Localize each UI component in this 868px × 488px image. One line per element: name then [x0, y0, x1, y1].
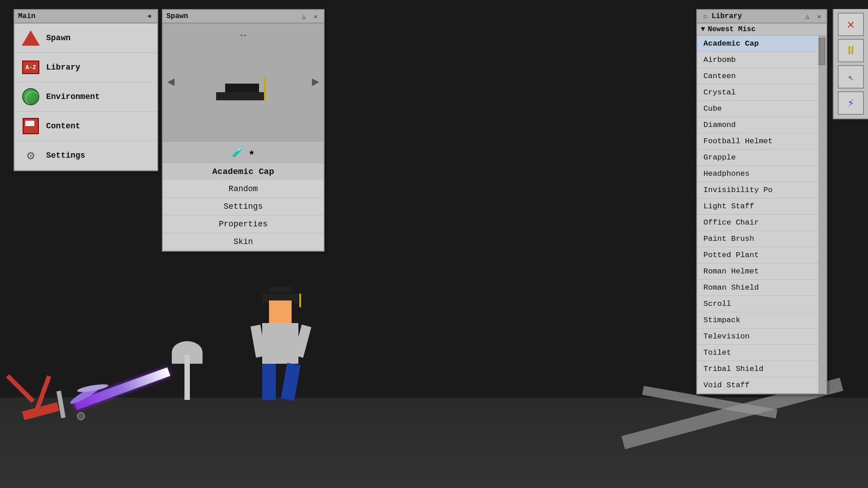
spawn-skin[interactable]: Skin: [163, 233, 324, 251]
library-home-btn[interactable]: ⌂: [701, 12, 710, 21]
library-item-diamond[interactable]: Diamond: [697, 117, 818, 133]
pause-icon: ⏸: [845, 43, 857, 58]
menu-item-settings[interactable]: ⚙ Settings: [14, 141, 157, 170]
content-menu-icon: [21, 116, 41, 136]
spawn-arrow-left[interactable]: ◄: [167, 75, 175, 89]
library-panel: ⌂ Library △ ✕ ▼ Newest Misc Academic Cap…: [696, 9, 827, 394]
char-body: [262, 323, 298, 364]
gear-icon: ⚙: [27, 148, 35, 163]
library-list: Academic CapAirbombCanteenCrystalCubeDia…: [697, 36, 818, 394]
sword-feathers: [68, 371, 122, 398]
toolbar-close-button[interactable]: ✕: [838, 13, 864, 36]
main-panel-collapse[interactable]: ◄: [145, 12, 154, 21]
library-menu-icon: A-Z: [21, 57, 41, 77]
library-item-canteen[interactable]: Canteen: [697, 68, 818, 84]
triangle-icon: [22, 30, 40, 46]
spawn-menu-label: Spawn: [46, 33, 71, 42]
main-panel-titlebar: Main ◄: [14, 10, 157, 23]
close-icon: ✕: [847, 17, 855, 32]
star-icon[interactable]: ★: [249, 146, 255, 158]
library-panel-controls: △ ✕: [802, 12, 824, 21]
char-head: [269, 300, 292, 323]
library-scrollbar[interactable]: [818, 36, 826, 394]
menu-item-environment[interactable]: Environment: [14, 82, 157, 112]
character: [253, 291, 307, 400]
menu-item-library[interactable]: A-Z Library: [14, 53, 157, 82]
fan-pole: [184, 355, 190, 400]
library-item-crystal[interactable]: Crystal: [697, 84, 818, 101]
library-item-academic-cap[interactable]: Academic Cap: [697, 36, 818, 52]
spawn-panel-titlebar: Spawn △ ✕: [163, 10, 324, 23]
environment-menu-label: Environment: [46, 92, 100, 101]
lightning-icon: ⚡: [847, 96, 854, 110]
cursor-icon: ↖: [848, 71, 854, 83]
menu-item-spawn[interactable]: Spawn: [14, 23, 157, 53]
library-category-label: Newest Misc: [708, 25, 756, 33]
spawn-menu-icon: [21, 28, 41, 48]
library-minimize-btn[interactable]: △: [803, 12, 812, 21]
az-icon: A-Z: [22, 61, 39, 74]
spawn-item-name: Academic Cap: [163, 163, 324, 180]
main-panel-title: Main: [18, 12, 144, 20]
char-tassel: [299, 294, 301, 307]
library-item-headphones[interactable]: Headphones: [697, 166, 818, 182]
spawn-close-btn[interactable]: ✕: [311, 12, 320, 21]
spawn-panel: Spawn △ ✕ ↔ ◄ ► 🧪 ★ Academic Cap Random …: [162, 9, 325, 252]
spawn-settings[interactable]: Settings: [163, 198, 324, 216]
content-menu-label: Content: [46, 122, 80, 131]
spawn-properties[interactable]: Properties: [163, 216, 324, 233]
globe-icon: [22, 88, 39, 105]
spawn-arrow-right[interactable]: ►: [311, 75, 319, 89]
library-item-grapple[interactable]: Grapple: [697, 150, 818, 166]
library-close-btn[interactable]: ✕: [815, 12, 824, 21]
library-item-stimpack[interactable]: Stimpack: [697, 312, 818, 328]
library-item-potted-plant[interactable]: Potted Plant: [697, 247, 818, 263]
cap-tassel-preview: [264, 78, 266, 100]
library-title: Library: [712, 12, 800, 20]
library-item-roman-helmet[interactable]: Roman Helmet: [697, 263, 818, 280]
jack-arm3: [57, 391, 66, 418]
main-panel: Main ◄ Spawn A-Z Library Environment Con…: [14, 9, 158, 171]
library-item-office-chair[interactable]: Office Chair: [697, 215, 818, 231]
resize-icon[interactable]: ↔: [240, 30, 246, 41]
library-item-roman-shield[interactable]: Roman Shield: [697, 280, 818, 296]
library-item-airbomb[interactable]: Airbomb: [697, 52, 818, 68]
library-icon-group: A-Z: [22, 61, 39, 74]
library-item-football-helmet[interactable]: Football Helmet: [697, 133, 818, 150]
library-item-void-staff[interactable]: Void Staff: [697, 377, 818, 394]
toolbar-pause-button[interactable]: ⏸: [838, 39, 864, 62]
library-item-invisibility-p[interactable]: Invisibility Po: [697, 182, 818, 198]
environment-menu-icon: [21, 87, 41, 107]
library-item-scroll[interactable]: Scroll: [697, 296, 818, 312]
flask-icon[interactable]: 🧪: [232, 146, 244, 158]
scrollbar-thumb[interactable]: [819, 38, 825, 65]
floppy-icon: [23, 118, 39, 134]
library-item-tribal-shield[interactable]: Tribal Shield: [697, 361, 818, 377]
library-menu-label: Library: [46, 63, 80, 72]
library-item-toilet[interactable]: Toilet: [697, 345, 818, 361]
library-category-arrow: ▼: [701, 25, 705, 33]
fallen-object: [14, 339, 104, 420]
cap-preview: [216, 64, 270, 100]
menu-item-content[interactable]: Content: [14, 112, 157, 141]
char-cap-top: [269, 287, 292, 292]
library-category-row[interactable]: ▼ Newest Misc: [697, 23, 826, 36]
library-item-paint-brush[interactable]: Paint Brush: [697, 231, 818, 247]
toolbar-cursor-button[interactable]: ↖: [838, 65, 864, 89]
library-container: Academic CapAirbombCanteenCrystalCubeDia…: [697, 36, 826, 394]
library-titlebar: ⌂ Library △ ✕: [697, 10, 826, 23]
spawn-minimize-btn[interactable]: △: [299, 12, 308, 21]
library-item-cube[interactable]: Cube: [697, 101, 818, 117]
fan-object: [172, 341, 203, 400]
spawn-panel-controls: △ ✕: [298, 12, 320, 21]
spawn-preview-area: ↔ ◄ ►: [163, 23, 324, 141]
spawn-icons-row: 🧪 ★: [163, 141, 324, 163]
char-right-leg: [281, 363, 300, 401]
toolbar-lightning-button[interactable]: ⚡: [838, 91, 864, 115]
char-left-leg: [262, 364, 276, 400]
jack-wheel: [77, 412, 85, 420]
library-item-television[interactable]: Television: [697, 328, 818, 345]
library-item-light-staff[interactable]: Light Staff: [697, 198, 818, 215]
spawn-random[interactable]: Random: [163, 180, 324, 198]
settings-menu-label: Settings: [46, 151, 85, 160]
